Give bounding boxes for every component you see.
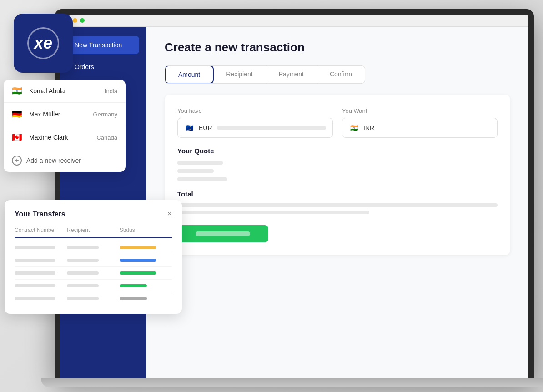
recipient-bar-1 bbox=[67, 246, 99, 249]
add-receiver-label: Add a new receiver bbox=[26, 157, 81, 164]
xe-logo-card: xe bbox=[14, 14, 73, 73]
submit-button[interactable] bbox=[177, 225, 268, 242]
table-row[interactable] bbox=[15, 241, 172, 254]
minimize-window-button[interactable] bbox=[73, 18, 77, 23]
total-bar-2 bbox=[177, 211, 369, 214]
status-bar-3 bbox=[120, 271, 156, 275]
transfers-table-header: Contract Number Recipient Status bbox=[15, 227, 172, 238]
browser-chrome bbox=[60, 15, 528, 27]
col-recipient: Recipient bbox=[67, 227, 119, 233]
recipient-bar-5 bbox=[67, 297, 99, 300]
canada-flag: 🇨🇦 bbox=[12, 132, 24, 142]
total-label: Total bbox=[177, 190, 498, 198]
eur-flag: 🇪🇺 bbox=[184, 123, 194, 133]
transaction-form-card: You have 🇪🇺 EUR You Want 🇮🇳 IN bbox=[165, 95, 510, 255]
quote-line-1 bbox=[177, 161, 223, 165]
quote-line-2 bbox=[177, 169, 214, 173]
col-contract: Contract Number bbox=[15, 227, 67, 233]
quote-line-3 bbox=[177, 177, 227, 181]
step-tabs: Amount Recipient Payment Confirm bbox=[165, 65, 365, 84]
sidebar-item-orders[interactable]: Orders bbox=[67, 58, 139, 76]
contract-bar-4 bbox=[15, 284, 55, 287]
tab-recipient[interactable]: Recipient bbox=[213, 66, 266, 83]
status-bar-4 bbox=[120, 284, 147, 287]
india-flag: 🇮🇳 bbox=[12, 86, 24, 96]
currency-row: You have 🇪🇺 EUR You Want 🇮🇳 IN bbox=[177, 107, 498, 138]
laptop-frame: New Transaction Orders My Accounts bbox=[55, 9, 534, 378]
table-row[interactable] bbox=[15, 280, 172, 292]
transfers-title: Your Transfers bbox=[15, 210, 65, 218]
receiver-name-1: Komal Abula bbox=[29, 87, 99, 95]
inr-flag: 🇮🇳 bbox=[349, 123, 359, 133]
total-bar-1 bbox=[177, 203, 498, 207]
from-currency-code: EUR bbox=[199, 124, 212, 131]
to-currency-code: INR bbox=[363, 124, 374, 131]
quote-label: Your Quote bbox=[177, 147, 498, 155]
laptop-base bbox=[41, 378, 543, 387]
contract-bar-2 bbox=[15, 259, 55, 262]
tab-amount[interactable]: Amount bbox=[165, 65, 214, 84]
sidebar-item-label-new-transaction: New Transaction bbox=[75, 41, 122, 49]
page-title: Create a new transaction bbox=[165, 40, 510, 55]
total-section: Total bbox=[177, 190, 498, 214]
tab-payment[interactable]: Payment bbox=[266, 66, 317, 83]
sidebar-item-label-orders: Orders bbox=[75, 63, 94, 70]
receiver-item-1[interactable]: 🇮🇳 Komal Abula India bbox=[4, 80, 126, 103]
germany-flag: 🇩🇪 bbox=[12, 109, 24, 119]
quote-section: Your Quote bbox=[177, 147, 498, 181]
tab-confirm[interactable]: Confirm bbox=[317, 66, 365, 83]
from-currency-input[interactable]: 🇪🇺 EUR bbox=[177, 118, 333, 138]
contract-bar-3 bbox=[15, 271, 55, 275]
receiver-country-3: Canada bbox=[96, 134, 117, 141]
you-have-section: You have 🇪🇺 EUR bbox=[177, 107, 333, 138]
xe-circle: xe bbox=[27, 27, 59, 59]
receiver-item-2[interactable]: 🇩🇪 Max Müller Germany bbox=[4, 103, 126, 126]
table-row[interactable] bbox=[15, 292, 172, 305]
main-content: Create a new transaction Amount Recipien… bbox=[146, 27, 528, 378]
amount-input-bar bbox=[217, 126, 326, 130]
table-row[interactable] bbox=[15, 267, 172, 280]
you-want-section: You Want 🇮🇳 INR bbox=[342, 107, 498, 138]
transfers-close-button[interactable]: × bbox=[167, 209, 172, 219]
recipient-bar-3 bbox=[67, 271, 99, 275]
transfers-card: Your Transfers × Contract Number Recipie… bbox=[5, 200, 182, 314]
receiver-country-2: Germany bbox=[93, 111, 117, 118]
transfers-header: Your Transfers × bbox=[15, 209, 172, 219]
status-bar-5 bbox=[120, 297, 147, 300]
submit-btn-placeholder bbox=[196, 231, 250, 236]
you-have-label: You have bbox=[177, 107, 333, 114]
status-bar-1 bbox=[120, 246, 156, 249]
receivers-card: 🇮🇳 Komal Abula India 🇩🇪 Max Müller Germa… bbox=[4, 80, 126, 172]
recipient-bar-2 bbox=[67, 259, 99, 262]
you-want-label: You Want bbox=[342, 107, 498, 114]
col-status: Status bbox=[120, 227, 172, 233]
sidebar-item-new-transaction[interactable]: New Transaction bbox=[67, 36, 139, 54]
table-row[interactable] bbox=[15, 254, 172, 267]
maximize-window-button[interactable] bbox=[80, 18, 85, 23]
contract-bar-5 bbox=[15, 297, 55, 300]
receiver-country-1: India bbox=[105, 88, 117, 95]
laptop-screen: New Transaction Orders My Accounts bbox=[60, 15, 528, 378]
status-bar-2 bbox=[120, 259, 156, 262]
xe-logo-text: xe bbox=[34, 34, 52, 53]
receiver-name-3: Maxime Clark bbox=[29, 134, 91, 141]
receiver-item-3[interactable]: 🇨🇦 Maxime Clark Canada bbox=[4, 126, 126, 149]
to-currency-input[interactable]: 🇮🇳 INR bbox=[342, 118, 498, 138]
contract-bar-1 bbox=[15, 246, 55, 249]
add-icon: + bbox=[12, 156, 22, 166]
add-receiver-button[interactable]: + Add a new receiver bbox=[4, 149, 126, 172]
receiver-name-2: Max Müller bbox=[29, 111, 88, 118]
recipient-bar-4 bbox=[67, 284, 99, 287]
